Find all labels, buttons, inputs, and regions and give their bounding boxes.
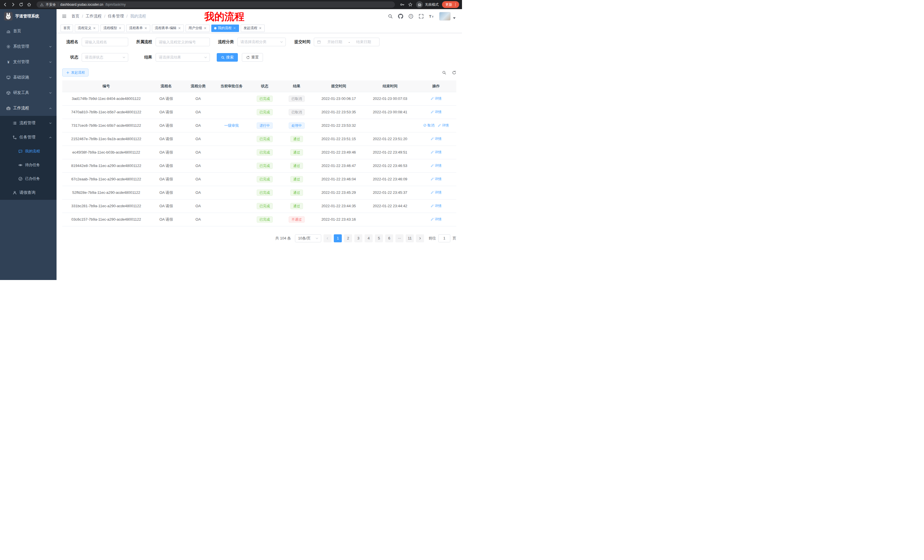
detail-action-link[interactable]: 详情	[430, 150, 442, 155]
reload-icon[interactable]	[19, 2, 23, 7]
pagination-page-5[interactable]: 5	[375, 234, 383, 242]
result-select[interactable]: 请选择流结果	[156, 53, 210, 61]
detail-action-link[interactable]: 详情	[430, 190, 442, 195]
detail-action-link[interactable]: 详情	[430, 217, 442, 222]
detail-action-link[interactable]: 详情	[430, 177, 442, 181]
reset-button[interactable]: 重置	[242, 53, 263, 61]
main-area: 我的流程 首页/工作流程/任务管理/我的流程 ? TT 首页流程定义流程模型流程…	[57, 9, 462, 280]
tab-process-form[interactable]: 流程表单	[126, 24, 150, 32]
category-select[interactable]: 请选择流程分类	[237, 38, 286, 46]
address-bar[interactable]: 不安全 dashboard.yudao.iocoder.cn/bpm/task/…	[36, 1, 395, 8]
pagination-next-button[interactable]	[416, 234, 424, 242]
start-process-button[interactable]: 发起流程	[62, 69, 88, 76]
cell-result: 不通过	[280, 213, 313, 226]
sidebar-toggle-icon[interactable]	[62, 14, 67, 19]
pagination-page-11[interactable]: 11	[406, 234, 414, 242]
sidebar-item-process-mgmt[interactable]: 流程管理	[0, 116, 57, 130]
pagination-page-3[interactable]: 3	[354, 234, 362, 242]
sidebar-item-leave-query[interactable]: 请假查询	[0, 186, 57, 200]
tab-my-process[interactable]: 我的流程	[211, 24, 239, 32]
tab-process-model[interactable]: 流程模型	[100, 24, 124, 32]
table-refresh-icon[interactable]	[452, 70, 456, 75]
pagination-page-4[interactable]: 4	[364, 234, 373, 242]
pagination-ellipsis[interactable]	[396, 234, 404, 242]
detail-action-link[interactable]: 详情	[438, 123, 449, 128]
forward-icon[interactable]	[11, 2, 15, 7]
app-logo[interactable]: 芋道管理系统	[0, 9, 57, 23]
sidebar-item-done-tasks[interactable]: 已办任务	[0, 172, 57, 186]
cell-category: OA	[182, 172, 214, 186]
sidebar-item-system[interactable]: 系统管理	[0, 39, 57, 54]
current-task-link[interactable]: 一级审批	[224, 123, 239, 127]
detail-action-link[interactable]: 详情	[430, 136, 442, 141]
sidebar-item-my-process[interactable]: 我的流程	[0, 144, 57, 158]
start-date-placeholder: 开始日期	[322, 39, 348, 45]
home-icon[interactable]	[27, 2, 32, 7]
pagination-page-1[interactable]: 1	[334, 234, 342, 242]
sidebar-item-label: 系统管理	[13, 44, 29, 49]
pagination-prev-button[interactable]	[324, 234, 332, 242]
action-label: 取消	[428, 123, 434, 128]
bookmark-star-icon[interactable]	[408, 2, 412, 7]
goto-page-input[interactable]	[438, 234, 450, 242]
password-key-icon[interactable]	[400, 2, 405, 7]
tab-close-icon[interactable]	[178, 27, 181, 30]
sidebar-item-home[interactable]: 首页	[0, 23, 57, 39]
start-process-label: 发起流程	[71, 70, 85, 75]
detail-action-link[interactable]: 详情	[430, 96, 442, 101]
sidebar-item-workflow[interactable]: 工作流程	[0, 100, 57, 116]
process-name-input[interactable]	[82, 38, 128, 46]
detail-action-link[interactable]: 详情	[430, 163, 442, 168]
tab-process-definition[interactable]: 流程定义	[75, 24, 99, 32]
pagination-page-2[interactable]: 2	[344, 234, 352, 242]
page-size-select[interactable]: 10条/页	[295, 234, 321, 242]
yen-icon: ¥	[6, 60, 10, 64]
tab-close-icon[interactable]	[233, 27, 236, 30]
tab-close-icon[interactable]	[259, 27, 262, 30]
security-warning-icon[interactable]	[40, 3, 44, 7]
tab-close-icon[interactable]	[204, 27, 207, 30]
svg-text:?: ?	[410, 15, 412, 18]
breadcrumb-item[interactable]: 工作流程	[86, 14, 102, 19]
detail-action-link[interactable]: 详情	[430, 204, 442, 208]
pagination-page-6[interactable]: 6	[385, 234, 393, 242]
tab-close-icon[interactable]	[144, 27, 147, 30]
cell-current-task	[214, 92, 249, 105]
tab-process-form-edit[interactable]: 流程表单-编辑	[152, 24, 184, 32]
cell-process-name: OA 请假	[150, 145, 182, 159]
user-menu[interactable]	[439, 12, 457, 21]
avatar[interactable]	[439, 12, 451, 21]
tab-close-icon[interactable]	[118, 27, 122, 30]
cell-status: 已完成	[249, 132, 280, 145]
process-key-input[interactable]	[156, 38, 210, 46]
toggle-search-icon[interactable]	[442, 70, 446, 75]
search-button[interactable]: 搜索	[217, 53, 238, 61]
header-search-icon[interactable]	[388, 14, 393, 19]
sidebar-item-payment[interactable]: ¥支付管理	[0, 54, 57, 70]
tab-home[interactable]: 首页	[60, 24, 73, 32]
update-button[interactable]: 更新	[442, 1, 459, 8]
sidebar-item-task-mgmt[interactable]: 任务管理	[0, 130, 57, 144]
font-size-icon[interactable]: TT	[429, 14, 434, 19]
action-label: 详情	[435, 204, 442, 208]
github-icon[interactable]	[398, 14, 403, 19]
sidebar-item-todo-tasks[interactable]: 待办任务	[0, 158, 57, 172]
cancel-action-link[interactable]: 取消	[423, 123, 434, 128]
tab-user-group[interactable]: 用户分组	[186, 24, 210, 32]
tab-close-icon[interactable]	[93, 27, 96, 30]
sidebar-item-label: 我的流程	[25, 149, 40, 154]
fullscreen-icon[interactable]	[418, 14, 424, 19]
browser-menu-icon[interactable]	[453, 3, 458, 7]
tab-start-process[interactable]: 发起流程	[241, 24, 265, 32]
back-icon[interactable]	[3, 2, 8, 7]
detail-action-link[interactable]: 详情	[430, 109, 442, 114]
status-select[interactable]: 请选择状态	[82, 53, 128, 61]
breadcrumb-item[interactable]: 任务管理	[108, 14, 124, 19]
submit-time-range-picker[interactable]: 开始日期 - 结束日期	[314, 38, 380, 46]
sidebar-item-devtools[interactable]: 研发工具	[0, 85, 57, 100]
security-label[interactable]: 不安全	[46, 2, 56, 7]
cell-category: OA	[182, 186, 214, 199]
help-icon[interactable]: ?	[408, 14, 414, 19]
sidebar-item-infrastructure[interactable]: 基础设施	[0, 70, 57, 85]
breadcrumb-item[interactable]: 首页	[71, 14, 80, 19]
